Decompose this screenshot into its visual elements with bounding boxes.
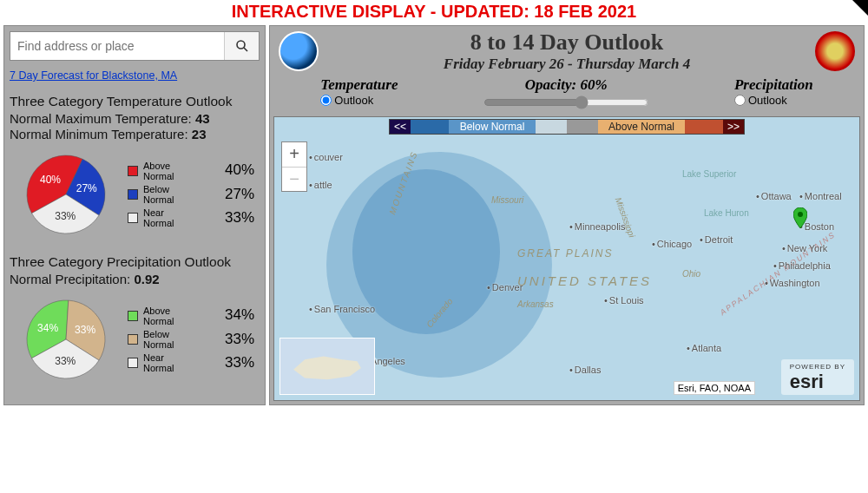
- label-lake-huron: Lake Huron: [704, 208, 749, 218]
- city-minneapolis: Minneapolis: [569, 221, 626, 232]
- svg-text:40%: 40%: [40, 174, 61, 186]
- legend-swatch: [128, 334, 138, 345]
- color-scale: << Below Normal Above Normal >>: [389, 119, 745, 135]
- page-header: INTERACTIVE DISPLAY - UPDATED: 18 FEB 20…: [0, 0, 868, 25]
- svg-text:33%: 33%: [55, 210, 76, 222]
- temperature-outlook-radio[interactable]: Outlook: [320, 94, 398, 107]
- noaa-logo-icon: [279, 31, 319, 71]
- control-opacity: Opacity: 60%: [482, 76, 650, 113]
- label-mississippi: Mississippi: [614, 196, 637, 239]
- legend-value: 40%: [225, 162, 260, 179]
- legend-row: NearNormal 33%: [128, 207, 260, 228]
- zoom-out-button[interactable]: −: [282, 167, 306, 191]
- temp-max-value: 43: [195, 111, 210, 126]
- legend-label: AboveNormal: [143, 306, 220, 326]
- nws-logo-icon: [815, 31, 855, 71]
- zoom-in-button[interactable]: +: [282, 142, 306, 167]
- temp-max-label: Normal Maximum Temperature:: [10, 111, 192, 126]
- city-detroit: Detroit: [700, 234, 733, 245]
- map-panel: 8 to 14 Day Outlook Friday February 26 -…: [269, 25, 865, 405]
- esri-poweredby: POWERED BY: [790, 363, 845, 371]
- legend-value: 27%: [225, 187, 260, 203]
- precipitation-outlook-radio-input[interactable]: [734, 95, 746, 106]
- label-lake-superior: Lake Superior: [682, 169, 736, 179]
- legend-label: BelowNormal: [143, 184, 220, 205]
- svg-text:33%: 33%: [55, 355, 76, 367]
- alaska-inset-map[interactable]: [279, 338, 375, 395]
- legend-swatch: [128, 213, 138, 223]
- label-great-plains: GREAT PLAINS: [517, 247, 613, 260]
- esri-logo: POWERED BY esri: [781, 359, 854, 395]
- temperature-outlook-radio-label: Outlook: [334, 94, 373, 107]
- temp-max-row: Normal Maximum Temperature: 43: [10, 111, 260, 126]
- city-houston: Houston: [587, 399, 628, 401]
- scale-above-label: Above Normal: [598, 120, 685, 134]
- precipitation-control-label: Precipitation: [734, 76, 813, 94]
- svg-text:33%: 33%: [75, 324, 95, 336]
- pie-chart-temperature: 40%27%33%: [10, 147, 122, 242]
- city-seattle: attle: [309, 180, 332, 190]
- forecast-link[interactable]: 7 Day Forecast for Blackstone, MA: [10, 69, 260, 82]
- search-icon: [235, 39, 249, 53]
- map-canvas[interactable]: << Below Normal Above Normal >> + − UNIT…: [273, 116, 860, 401]
- city-ottawa: Ottawa: [756, 191, 792, 201]
- legend-swatch: [128, 311, 138, 321]
- city-stlouis: St Louis: [604, 295, 644, 306]
- legend-swatch: [128, 189, 138, 200]
- label-united-states: UNITED STATES: [517, 273, 652, 288]
- city-chicago: Chicago: [652, 239, 692, 249]
- legend-value: 33%: [225, 355, 260, 371]
- legend-swatch: [128, 358, 138, 368]
- control-precipitation: Precipitation Outlook: [734, 76, 813, 107]
- precip-norm-label: Normal Precipitation:: [10, 272, 130, 286]
- pie-chart-precipitation: 34%33%33%: [10, 292, 122, 387]
- city-washington: Washington: [765, 278, 820, 288]
- legend-label: NearNormal: [143, 352, 220, 373]
- legend-value: 33%: [225, 332, 260, 348]
- temperature-outlook-radio-input[interactable]: [320, 95, 332, 106]
- map-subtitle: Friday February 26 - Thursday March 4: [270, 56, 864, 73]
- precip-norm-row: Normal Precipitation: 0.92: [10, 272, 260, 286]
- legend-row: AboveNormal 34%: [128, 306, 260, 326]
- label-ohio: Ohio: [682, 269, 700, 279]
- legend-row: BelowNormal 27%: [128, 184, 260, 205]
- temp-min-row: Normal Minimum Temperature: 23: [10, 127, 260, 141]
- svg-text:34%: 34%: [37, 322, 58, 334]
- legend-row: AboveNormal 40%: [128, 161, 260, 181]
- label-missouri: Missouri: [491, 195, 523, 205]
- precipitation-outlook-radio-label: Outlook: [748, 94, 787, 107]
- legend-swatch: [128, 166, 138, 176]
- legend-value: 33%: [225, 210, 260, 227]
- city-philadelphia: Philadelphia: [773, 260, 831, 271]
- legend-precipitation: AboveNormal 34% BelowNormal 33% NearNorm…: [128, 303, 260, 377]
- legend-label: NearNormal: [143, 207, 220, 228]
- map-attribution: Esri, FAO, NOAA: [674, 381, 755, 395]
- map-title: 8 to 14 Day Outlook: [270, 30, 864, 56]
- zoom-control: + −: [281, 141, 307, 192]
- location-marker-icon[interactable]: [793, 207, 807, 228]
- city-denver: Denver: [487, 282, 523, 293]
- legend-value: 34%: [225, 307, 260, 324]
- search-button[interactable]: [224, 32, 259, 60]
- scale-below-label: Below Normal: [449, 120, 536, 134]
- legend-row: NearNormal 33%: [128, 352, 260, 373]
- opacity-slider[interactable]: [483, 95, 648, 109]
- search-box: [10, 31, 260, 61]
- city-montreal: Montreal: [799, 191, 842, 201]
- svg-text:27%: 27%: [76, 182, 97, 194]
- control-temperature: Temperature Outlook: [320, 76, 398, 107]
- city-sanfrancisco: San Francisco: [309, 304, 375, 314]
- city-dallas: Dallas: [569, 365, 601, 375]
- legend-label: AboveNormal: [143, 161, 220, 181]
- temp-min-value: 23: [192, 127, 207, 141]
- city-newyork: New York: [782, 243, 827, 253]
- svg-point-0: [237, 41, 245, 49]
- temp-outlook-title: Three Category Temperature Outlook: [10, 94, 260, 109]
- svg-point-8: [798, 212, 803, 217]
- sidebar: 7 Day Forecast for Blackstone, MA Three …: [3, 25, 266, 405]
- legend-temperature: AboveNormal 40% BelowNormal 27% NearNorm…: [128, 158, 260, 232]
- search-input[interactable]: [10, 32, 224, 60]
- precipitation-outlook-radio[interactable]: Outlook: [734, 94, 813, 107]
- legend-label: BelowNormal: [143, 329, 220, 350]
- temperature-control-label: Temperature: [320, 76, 398, 94]
